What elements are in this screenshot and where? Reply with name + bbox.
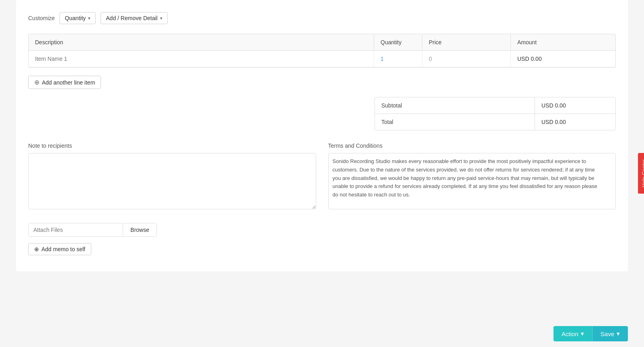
action-label: Action bbox=[562, 330, 578, 337]
summary-table: Subtotal USD 0.00 Total USD 0.00 bbox=[374, 97, 616, 130]
price-input[interactable] bbox=[429, 56, 504, 62]
main-content: Customize Quantity ▾ Add / Remove Detail… bbox=[16, 0, 628, 271]
save-label: Save bbox=[601, 330, 614, 337]
add-line-label: Add another line item bbox=[42, 79, 95, 86]
table-header: Description Quantity Price Amount bbox=[29, 34, 615, 51]
add-remove-label: Add / Remove Detail bbox=[106, 15, 157, 21]
terms-section: Terms and Conditions Sonido Recording St… bbox=[328, 143, 616, 211]
lower-section: Note to recipients Terms and Conditions … bbox=[28, 143, 616, 211]
total-value: USD 0.00 bbox=[535, 114, 615, 130]
save-chevron-icon: ▾ bbox=[617, 330, 620, 337]
help-center-label: Help Center bbox=[641, 159, 644, 187]
toolbar: Customize Quantity ▾ Add / Remove Detail… bbox=[28, 12, 616, 24]
price-header: Price bbox=[422, 34, 511, 50]
table-row: USD 0.00 bbox=[29, 51, 615, 67]
customize-label: Customize bbox=[28, 15, 55, 21]
quantity-cell[interactable] bbox=[374, 51, 422, 67]
add-remove-detail-dropdown[interactable]: Add / Remove Detail ▾ bbox=[101, 12, 167, 24]
attach-row: Browse bbox=[28, 223, 157, 237]
attach-files-input[interactable] bbox=[29, 223, 123, 236]
terms-label: Terms and Conditions bbox=[328, 143, 616, 149]
description-input[interactable] bbox=[35, 56, 367, 62]
line-items-table: Description Quantity Price Amount USD 0.… bbox=[28, 34, 616, 68]
subtotal-value: USD 0.00 bbox=[535, 97, 615, 114]
browse-button[interactable]: Browse bbox=[123, 223, 156, 236]
note-label: Note to recipients bbox=[28, 143, 316, 149]
subtotal-row: Subtotal USD 0.00 bbox=[375, 97, 615, 114]
browse-label: Browse bbox=[130, 227, 149, 233]
note-section: Note to recipients bbox=[28, 143, 316, 211]
subtotal-label: Subtotal bbox=[375, 97, 535, 114]
add-remove-chevron-icon: ▾ bbox=[160, 16, 163, 21]
action-button[interactable]: Action ▾ bbox=[553, 326, 592, 341]
description-header: Description bbox=[29, 34, 374, 50]
add-memo-button[interactable]: ⊕ Add memo to self bbox=[28, 243, 91, 255]
quantity-dropdown-label: Quantity bbox=[65, 15, 86, 21]
attach-section: Browse bbox=[28, 223, 616, 237]
add-memo-label: Add memo to self bbox=[41, 246, 85, 252]
amount-header: Amount bbox=[511, 34, 615, 50]
page-wrapper: Customize Quantity ▾ Add / Remove Detail… bbox=[0, 0, 644, 347]
summary-section: Subtotal USD 0.00 Total USD 0.00 bbox=[28, 97, 616, 130]
terms-wrapper: Sonido Recording Studio makes every reas… bbox=[328, 153, 616, 209]
total-row: Total USD 0.00 bbox=[375, 114, 615, 130]
total-label: Total bbox=[375, 114, 535, 130]
save-button[interactable]: Save ▾ bbox=[592, 326, 628, 341]
terms-box: Sonido Recording Studio makes every reas… bbox=[328, 153, 616, 209]
action-chevron-icon: ▾ bbox=[581, 330, 584, 337]
quantity-chevron-icon: ▾ bbox=[88, 16, 91, 21]
help-center-tab[interactable]: Help Center bbox=[638, 153, 644, 194]
price-cell[interactable] bbox=[422, 51, 511, 67]
description-cell[interactable] bbox=[29, 51, 374, 67]
note-textarea[interactable] bbox=[28, 153, 316, 209]
quantity-input[interactable] bbox=[381, 56, 416, 62]
quantity-dropdown[interactable]: Quantity ▾ bbox=[60, 12, 96, 24]
quantity-header: Quantity bbox=[374, 34, 422, 50]
add-memo-plus-icon: ⊕ bbox=[34, 246, 39, 252]
amount-cell: USD 0.00 bbox=[511, 51, 615, 67]
add-line-item-button[interactable]: ⊕ Add another line item bbox=[28, 76, 101, 89]
amount-value: USD 0.00 bbox=[517, 56, 542, 62]
footer-bar: Action ▾ Save ▾ bbox=[0, 320, 644, 347]
terms-text: Sonido Recording Studio makes every reas… bbox=[333, 158, 597, 198]
add-line-plus-icon: ⊕ bbox=[34, 78, 39, 86]
